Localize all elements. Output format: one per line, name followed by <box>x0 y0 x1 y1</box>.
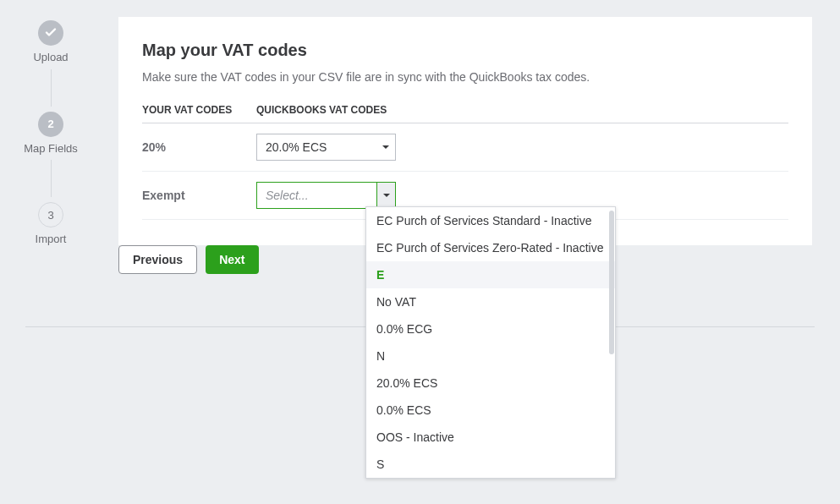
chevron-down-icon <box>376 183 395 208</box>
chevron-down-icon <box>376 134 395 160</box>
vat-dropdown: EC Purch of Services Standard - Inactive… <box>365 206 616 479</box>
mapping-table: YOUR VAT CODES QUICKBOOKS VAT CODES 20% … <box>142 104 788 220</box>
dropdown-option[interactable]: EC Purch of Services Standard - Inactive <box>366 207 615 234</box>
table-row: 20% 20.0% ECS <box>142 123 788 172</box>
step-upload-label: Upload <box>17 51 85 64</box>
select-value: 20.0% ECS <box>266 140 327 154</box>
step-import-label: Import <box>17 233 85 246</box>
header-qb-codes: QUICKBOOKS VAT CODES <box>256 104 387 116</box>
wizard-actions: Previous Next <box>118 245 259 274</box>
dropdown-option[interactable]: No VAT <box>366 288 615 315</box>
row-label-20: 20% <box>142 140 256 154</box>
dropdown-option[interactable]: E <box>366 261 615 288</box>
dropdown-list: EC Purch of Services Standard - Inactive… <box>366 207 615 478</box>
step-connector <box>51 160 52 197</box>
row-label-exempt: Exempt <box>142 189 256 202</box>
step-map-label: Map Fields <box>17 142 85 156</box>
dropdown-option[interactable]: EC Purch of Services Zero-Rated - Inacti… <box>366 234 615 261</box>
check-icon <box>44 25 58 41</box>
next-button[interactable]: Next <box>206 245 258 274</box>
header-your-codes: YOUR VAT CODES <box>142 104 256 116</box>
dropdown-option[interactable]: 20.0% ECS <box>366 370 615 397</box>
vat-select-exempt[interactable]: Select... <box>256 182 396 209</box>
step-import-circle: 3 <box>38 202 63 227</box>
wizard-stepper: Upload 2 Map Fields 3 Import <box>17 20 85 246</box>
card-subtitle: Make sure the VAT codes in your CSV file… <box>142 70 788 84</box>
dropdown-option[interactable]: OOS - Inactive <box>366 424 615 451</box>
dropdown-option[interactable]: 0.0% ECG <box>366 315 615 342</box>
dropdown-option[interactable]: 0.0% ECS <box>366 397 615 424</box>
dropdown-option[interactable]: S <box>366 451 615 478</box>
table-header: YOUR VAT CODES QUICKBOOKS VAT CODES <box>142 104 788 123</box>
step-map-circle: 2 <box>38 112 63 137</box>
vat-select-20[interactable]: 20.0% ECS <box>256 134 396 161</box>
select-placeholder: Select... <box>266 189 309 202</box>
previous-button[interactable]: Previous <box>118 245 197 274</box>
dropdown-option[interactable]: N <box>366 342 615 370</box>
card-title: Map your VAT codes <box>142 41 788 60</box>
scrollbar-thumb[interactable] <box>609 211 614 354</box>
step-connector <box>51 69 52 107</box>
step-upload-circle <box>38 20 63 46</box>
